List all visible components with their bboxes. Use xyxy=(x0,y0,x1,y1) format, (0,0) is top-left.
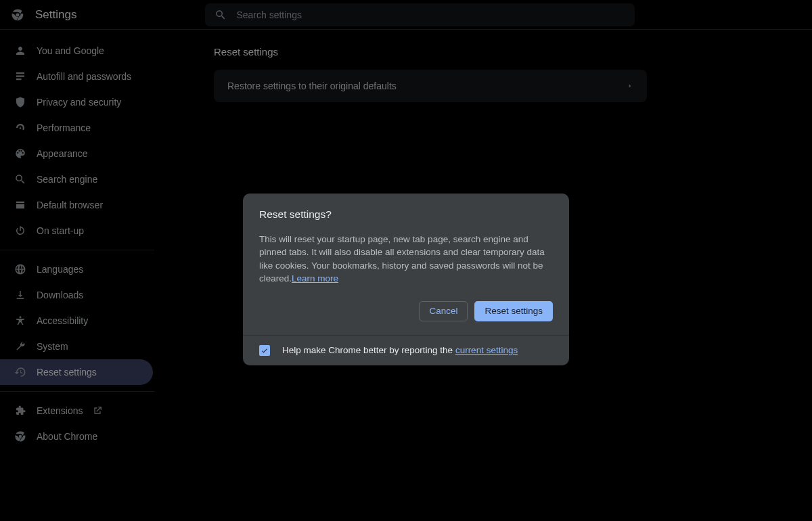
reset-button-label: Reset settings xyxy=(484,306,543,316)
dialog-backdrop: Reset settings? This will reset your sta… xyxy=(0,0,812,521)
report-settings-checkbox[interactable] xyxy=(259,345,270,356)
reset-settings-dialog: Reset settings? This will reset your sta… xyxy=(243,194,569,365)
dialog-body-text: This will reset your startup page, new t… xyxy=(259,233,553,285)
dialog-title: Reset settings? xyxy=(259,208,553,221)
learn-more-link[interactable]: Learn more xyxy=(292,273,338,284)
cancel-button-label: Cancel xyxy=(429,306,457,316)
dialog-footer: Help make Chrome better by reporting the… xyxy=(243,335,569,365)
current-settings-link[interactable]: current settings xyxy=(455,345,518,355)
footer-prefix: Help make Chrome better by reporting the xyxy=(282,345,455,355)
cancel-button[interactable]: Cancel xyxy=(419,301,468,321)
reset-settings-button[interactable]: Reset settings xyxy=(474,301,553,321)
footer-text: Help make Chrome better by reporting the… xyxy=(282,345,518,355)
